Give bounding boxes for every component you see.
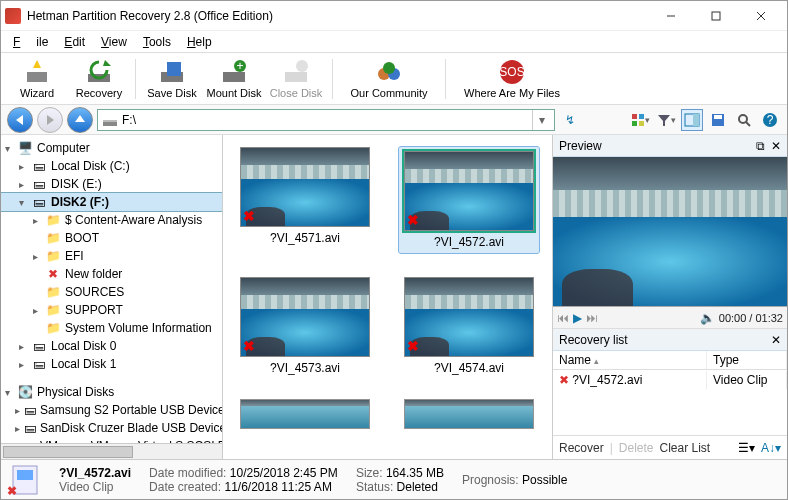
file-grid[interactable]: ✖ ?VI_4571.avi ✖ ?VI_4572.avi ✖ ?VI_4573… xyxy=(223,135,552,459)
file-name: ?VI_4571.avi xyxy=(270,231,340,245)
file-item[interactable]: ✖ ?VI_4571.avi xyxy=(235,147,375,253)
menu-view[interactable]: View xyxy=(93,33,135,51)
view-icons-button[interactable]: ▾ xyxy=(629,109,651,131)
menu-file[interactable]: File xyxy=(5,33,56,51)
tree-ld1[interactable]: ▸🖴Local Disk 1 xyxy=(1,355,222,373)
col-name[interactable]: Name ▴ xyxy=(553,351,707,369)
play-button[interactable]: ▶ xyxy=(573,311,582,325)
play-prev-icon[interactable]: ⏮ xyxy=(557,311,569,325)
list-row[interactable]: ✖ ?VI_4572.avi Video Clip xyxy=(553,370,787,390)
svg-marker-20 xyxy=(16,115,23,125)
recovery-button[interactable]: Recovery xyxy=(69,55,129,103)
list-header[interactable]: Name ▴ Type xyxy=(553,351,787,370)
deleted-icon: ✖ xyxy=(407,338,419,354)
where-files-button[interactable]: SOS Where Are My Files xyxy=(452,55,572,103)
tree-local-c[interactable]: ▸🖴Local Disk (C:) xyxy=(1,157,222,175)
svg-rect-31 xyxy=(693,114,699,126)
drive-icon: 🖴 xyxy=(31,356,47,372)
save-disk-button[interactable]: Save Disk xyxy=(142,55,202,103)
file-name: ?VI_4572.avi xyxy=(434,235,504,249)
recover-link[interactable]: Recover xyxy=(559,441,604,455)
file-name: ?VI_4573.avi xyxy=(270,361,340,375)
tree-support[interactable]: ▸📁SUPPORT xyxy=(1,301,222,319)
tree-samsung[interactable]: ▸🖴Samsung S2 Portable USB Device xyxy=(1,401,222,419)
svg-rect-39 xyxy=(17,470,33,480)
file-item-selected[interactable]: ✖ ?VI_4572.avi xyxy=(399,147,539,253)
sort-icon[interactable]: A↓▾ xyxy=(761,441,781,455)
preview-detach-icon[interactable]: ⧉ xyxy=(756,139,765,153)
tree-computer[interactable]: ▾🖥️Computer xyxy=(1,139,222,157)
drive-icon xyxy=(102,112,118,128)
preview-close-icon[interactable]: ✕ xyxy=(771,139,781,153)
folder-tree[interactable]: ▾🖥️Computer ▸🖴Local Disk (C:) ▸🖴DISK (E:… xyxy=(1,135,223,459)
folder-icon: 📁 xyxy=(45,230,61,246)
address-input[interactable] xyxy=(122,113,532,127)
tree-scrollbar[interactable] xyxy=(3,446,133,458)
forward-button[interactable] xyxy=(37,107,63,133)
menu-edit[interactable]: Edit xyxy=(56,33,93,51)
clear-list-link[interactable]: Clear List xyxy=(660,441,711,455)
file-item[interactable] xyxy=(399,399,539,429)
tree-disk-e[interactable]: ▸🖴DISK (E:) xyxy=(1,175,222,193)
thumbnail: ✖ xyxy=(404,151,534,231)
preview-time: 00:00 / 01:32 xyxy=(719,312,783,324)
svg-rect-13 xyxy=(285,72,307,82)
recovery-list: Name ▴ Type ✖ ?VI_4572.avi Video Clip Re… xyxy=(553,351,787,459)
svg-rect-33 xyxy=(714,115,722,119)
delete-link[interactable]: Delete xyxy=(619,441,654,455)
tree-efi[interactable]: ▸📁EFI xyxy=(1,247,222,265)
status-file-icon: ✖ xyxy=(9,464,41,496)
tree-disk2-f[interactable]: ▾🖴DISK2 (F:) xyxy=(1,193,222,211)
menu-help[interactable]: Help xyxy=(179,33,220,51)
address-field[interactable]: ▾ xyxy=(97,109,555,131)
list-view-icon[interactable]: ☰▾ xyxy=(738,441,755,455)
close-disk-button[interactable]: Close Disk xyxy=(266,55,326,103)
disk-icon: 🖴 xyxy=(24,402,36,418)
col-type[interactable]: Type xyxy=(707,351,787,369)
play-next-icon[interactable]: ⏭ xyxy=(586,311,598,325)
volume-icon[interactable]: 🔈 xyxy=(700,311,715,325)
svg-text:?: ? xyxy=(767,113,774,127)
row-name: ?VI_4572.avi xyxy=(572,373,642,387)
file-item[interactable]: ✖ ?VI_4573.avi xyxy=(235,277,375,375)
recovery-list-tools: Recover | Delete Clear List ☰▾ A↓▾ xyxy=(553,435,787,459)
close-button[interactable] xyxy=(738,2,783,30)
wizard-button[interactable]: Wizard xyxy=(7,55,67,103)
preview-toggle[interactable] xyxy=(681,109,703,131)
file-item[interactable] xyxy=(235,399,375,429)
help-button[interactable]: ? xyxy=(759,109,781,131)
status-bar: ✖ ?VI_4572.avi Video Clip Date modified:… xyxy=(1,459,787,499)
back-button[interactable] xyxy=(7,107,33,133)
tree-content-aware[interactable]: ▸📁$ Content-Aware Analysis xyxy=(1,211,222,229)
recovery-list-title: Recovery list xyxy=(559,333,765,347)
thumbnail: ✖ xyxy=(240,277,370,357)
tree-physical[interactable]: ▾💽Physical Disks xyxy=(1,383,222,401)
tree-sandisk[interactable]: ▸🖴SanDisk Cruzer Blade USB Device xyxy=(1,419,222,437)
recovery-list-close-icon[interactable]: ✕ xyxy=(771,333,781,347)
status-kind: Video Clip xyxy=(59,480,131,494)
refresh-button[interactable]: ↯ xyxy=(559,109,581,131)
search-button[interactable] xyxy=(733,109,755,131)
community-button[interactable]: Our Community xyxy=(339,55,439,103)
up-button[interactable] xyxy=(67,107,93,133)
tree-new-folder[interactable]: ✖New folder xyxy=(1,265,222,283)
tree-sources[interactable]: 📁SOURCES xyxy=(1,283,222,301)
drive-icon: 🖴 xyxy=(31,176,47,192)
save-view-button[interactable] xyxy=(707,109,729,131)
svg-rect-9 xyxy=(167,62,181,76)
tree-ld0[interactable]: ▸🖴Local Disk 0 xyxy=(1,337,222,355)
svg-marker-21 xyxy=(47,115,54,125)
file-name: ?VI_4574.avi xyxy=(434,361,504,375)
minimize-button[interactable] xyxy=(648,2,693,30)
filter-button[interactable]: ▾ xyxy=(655,109,677,131)
maximize-button[interactable] xyxy=(693,2,738,30)
toolbar-separator xyxy=(445,59,446,99)
menu-tools[interactable]: Tools xyxy=(135,33,179,51)
tree-boot[interactable]: 📁BOOT xyxy=(1,229,222,247)
mount-disk-button[interactable]: + Mount Disk xyxy=(204,55,264,103)
address-dropdown[interactable]: ▾ xyxy=(532,110,550,130)
tree-svi[interactable]: 📁System Volume Information xyxy=(1,319,222,337)
status-date-modified: 10/25/2018 2:45 PM xyxy=(230,466,338,480)
wizard-icon xyxy=(23,58,51,86)
file-item[interactable]: ✖ ?VI_4574.avi xyxy=(399,277,539,375)
